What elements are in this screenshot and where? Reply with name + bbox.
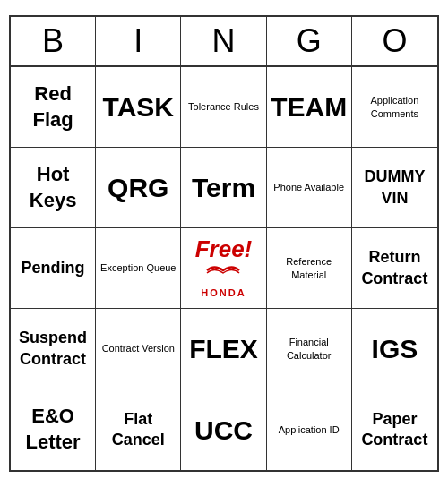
bingo-grid: Red FlagTASKTolerance RulesTEAMApplicati… <box>11 67 437 470</box>
bingo-cell: QRG <box>96 148 181 228</box>
bingo-header: BINGO <box>11 17 437 67</box>
cell-label: Application ID <box>279 423 340 436</box>
bingo-cell: Phone Available <box>267 148 352 228</box>
bingo-cell: Term <box>181 148 266 228</box>
cell-label: DUMMY VIN <box>356 167 434 209</box>
cell-label: Red Flag <box>14 81 91 132</box>
cell-label: Pending <box>22 258 85 278</box>
bingo-cell: Hot Keys <box>11 148 96 228</box>
header-letter: O <box>352 17 437 65</box>
cell-label: IGS <box>372 331 418 366</box>
cell-label: Hot Keys <box>14 162 91 213</box>
bingo-cell: Reference Material <box>267 228 352 309</box>
cell-label: QRG <box>108 170 168 205</box>
cell-label: Suspend Contract <box>14 328 91 370</box>
cell-label: E&O Letter <box>14 404 91 455</box>
cell-label: Return Contract <box>356 247 434 289</box>
cell-label: TEAM <box>271 90 347 124</box>
bingo-cell: Application Comments <box>352 67 437 148</box>
bingo-cell: UCC <box>181 389 266 470</box>
bingo-cell: Red Flag <box>11 67 96 148</box>
bingo-cell: Exception Queue <box>96 228 181 309</box>
bingo-cell: Contract Version <box>96 309 181 389</box>
bingo-cell: TEAM <box>267 67 352 148</box>
bingo-cell: IGS <box>352 309 437 389</box>
bingo-cell: Financial Calculator <box>267 309 352 389</box>
bingo-cell: Pending <box>11 228 96 309</box>
header-letter: G <box>267 17 352 65</box>
cell-label: Reference Material <box>271 255 348 281</box>
cell-label: FLEX <box>189 331 258 366</box>
bingo-cell: Return Contract <box>352 228 437 309</box>
header-letter: I <box>96 17 181 65</box>
free-space-text: Free! <box>195 237 253 261</box>
bingo-cell: TASK <box>96 67 181 148</box>
cell-label: Flat Cancel <box>99 409 177 451</box>
bingo-cell: Tolerance Rules <box>181 67 266 148</box>
bingo-cell: DUMMY VIN <box>352 148 437 228</box>
bingo-card: BINGO Red FlagTASKTolerance RulesTEAMApp… <box>9 15 439 472</box>
bingo-cell: Application ID <box>267 389 352 470</box>
cell-label: Financial Calculator <box>271 336 348 362</box>
cell-label: Exception Queue <box>100 261 176 274</box>
cell-label: TASK <box>103 90 174 124</box>
cell-label: Paper Contract <box>356 409 434 451</box>
bingo-cell: Paper Contract <box>352 389 437 470</box>
cell-label: Application Comments <box>356 94 434 120</box>
bingo-cell: E&O Letter <box>11 389 96 470</box>
bingo-cell: FLEX <box>181 309 266 389</box>
cell-label: Contract Version <box>102 342 175 355</box>
header-letter: B <box>11 17 96 65</box>
bingo-cell: Flat Cancel <box>96 389 181 470</box>
cell-label: UCC <box>194 413 253 448</box>
header-letter: N <box>181 17 266 65</box>
cell-label: Tolerance Rules <box>188 100 259 113</box>
honda-logo: HONDA <box>201 284 246 300</box>
bingo-cell: Suspend Contract <box>11 309 96 389</box>
cell-label: Term <box>192 170 255 205</box>
honda-wing-icon <box>205 262 241 278</box>
bingo-cell: Free! HONDA <box>181 228 266 309</box>
cell-label: Phone Available <box>273 181 344 193</box>
